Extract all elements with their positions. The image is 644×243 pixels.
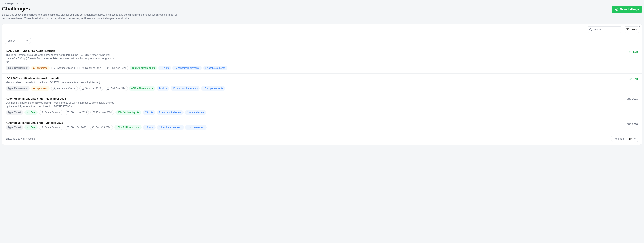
author-pill: Alexander Clemm — [51, 66, 78, 70]
chevron-right-icon — [16, 2, 19, 5]
scope-pill: 22 scope elements — [203, 66, 227, 70]
page-description: Below, use vucavoid's interface to creat… — [2, 13, 181, 20]
filter-count-badge: 0 — [638, 25, 640, 27]
search-input[interactable] — [587, 26, 622, 33]
svg-point-6 — [54, 67, 55, 68]
user-icon — [41, 111, 44, 114]
user-icon — [53, 67, 56, 69]
challenge-row: Automotive Threat Challenge - October 20… — [2, 118, 642, 133]
challenge-title: ISAE 3402 - Type I, Pre-Audit (Internal) — [6, 49, 624, 52]
status-pill: In progress — [31, 86, 50, 91]
edit-button[interactable]: Edit — [628, 49, 638, 54]
start-date-pill: Start: Jan 2024 — [79, 86, 103, 91]
sort-control: Sort by - — [5, 38, 31, 44]
user-icon — [53, 87, 56, 90]
challenges-list: ISAE 3402 - Type I, Pre-Audit (Internal)… — [2, 46, 642, 133]
check-icon — [27, 111, 29, 114]
scope-pill: 10 scope elements — [201, 86, 225, 91]
plus-circle-icon — [615, 7, 618, 11]
search-icon — [589, 28, 592, 31]
benchmark-pill: 1 benchmark element — [157, 125, 184, 130]
sort-row: Sort by - — [2, 35, 642, 46]
challenge-description: Meant to check internally for the know I… — [6, 81, 114, 84]
slots-pill: 13 slots — [143, 125, 155, 130]
calendar-icon — [92, 111, 95, 114]
status-pill: Final — [24, 125, 38, 130]
svg-rect-39 — [92, 127, 94, 128]
status-pill: Final — [24, 110, 38, 115]
calendar-icon — [67, 126, 70, 129]
author-pill: Alexander Clemm — [51, 86, 78, 91]
type-pill: Type: Threat — [6, 125, 23, 130]
filter-icon — [626, 28, 629, 31]
per-page-select[interactable]: 10 — [626, 136, 638, 142]
sort-select[interactable]: - — [18, 38, 30, 43]
challenge-description: This is our internal pre-audit for the n… — [6, 53, 114, 64]
end-date-pill: End: Nov 2024 — [90, 110, 114, 115]
svg-point-43 — [629, 123, 630, 124]
calendar-icon — [107, 67, 110, 69]
end-date-pill: End: Oct 2024 — [90, 125, 113, 130]
breadcrumb: Challenges List — [2, 2, 642, 5]
eye-icon — [628, 98, 630, 101]
per-page-value: 10 — [629, 137, 632, 140]
chevron-down-icon — [26, 39, 28, 42]
slots-pill: 15 slots — [143, 110, 155, 115]
svg-rect-7 — [82, 67, 84, 69]
benchmark-pill: 17 benchmark elements — [172, 66, 202, 70]
per-page-label: Per page — [611, 136, 626, 142]
quota-pill: 100% fulfillment quota — [114, 125, 142, 130]
filter-button[interactable]: Filter 0 — [624, 26, 639, 33]
svg-rect-20 — [107, 88, 109, 90]
end-date-pill: End: Jun 2024 — [104, 86, 128, 91]
status-pill: In progress — [31, 66, 50, 70]
calendar-icon — [92, 126, 95, 129]
toolbar: Filter 0 — [2, 24, 642, 35]
status-dot-icon — [33, 67, 34, 69]
svg-line-4 — [591, 30, 592, 31]
start-date-pill: Start: Feb 2024 — [79, 66, 104, 70]
breadcrumb-current: List — [20, 2, 24, 5]
view-button[interactable]: View — [627, 97, 638, 102]
user-icon — [41, 126, 44, 129]
svg-marker-5 — [627, 28, 629, 31]
svg-point-15 — [54, 88, 55, 88]
type-pill: Type: Threat — [6, 110, 23, 115]
svg-rect-11 — [107, 67, 109, 69]
svg-point-33 — [629, 99, 630, 100]
new-challenge-button[interactable]: New challenge — [612, 6, 642, 13]
results-summary: Showing 1 to 4 of 4 results — [6, 137, 36, 140]
status-dot-icon — [33, 88, 34, 89]
sort-by-label: Sort by — [5, 38, 18, 43]
start-date-pill: Start: Oct 2023 — [65, 125, 88, 130]
svg-rect-29 — [93, 112, 95, 113]
page-title: Challenges — [2, 6, 181, 12]
calendar-icon — [82, 87, 84, 90]
calendar-icon — [82, 67, 84, 69]
benchmark-pill: 10 benchmark elements — [170, 86, 200, 91]
challenge-description: Our monthly challenge for all web-facing… — [6, 101, 114, 108]
challenge-row: ISO 27001 certification - internal pre-a… — [2, 74, 642, 94]
edit-icon — [629, 50, 632, 53]
calendar-icon — [107, 87, 109, 90]
scope-pill: 1 scope element — [185, 110, 206, 115]
filter-label: Filter — [630, 28, 636, 31]
view-button[interactable]: View — [627, 121, 638, 126]
edit-icon — [629, 77, 632, 81]
breadcrumb-root[interactable]: Challenges — [2, 2, 14, 5]
end-date-pill: End: Aug 2024 — [105, 66, 128, 70]
new-challenge-label: New challenge — [620, 8, 639, 11]
svg-point-3 — [590, 28, 591, 30]
calendar-icon — [67, 111, 70, 114]
challenge-title: ISO 27001 certification - internal pre-a… — [6, 77, 624, 80]
svg-rect-35 — [67, 127, 69, 128]
author-pill: Grace Guarded — [39, 110, 63, 115]
svg-point-24 — [42, 111, 43, 112]
edit-button[interactable]: Edit — [628, 77, 638, 81]
svg-point-34 — [42, 126, 43, 127]
sort-selected-value: - — [20, 39, 21, 42]
eye-icon — [628, 122, 630, 125]
quota-pill: 100% fulfillment quota — [130, 66, 157, 70]
scope-pill: 1 scope element — [185, 125, 207, 130]
quota-pill: 93% fulfillment quota — [116, 110, 141, 115]
